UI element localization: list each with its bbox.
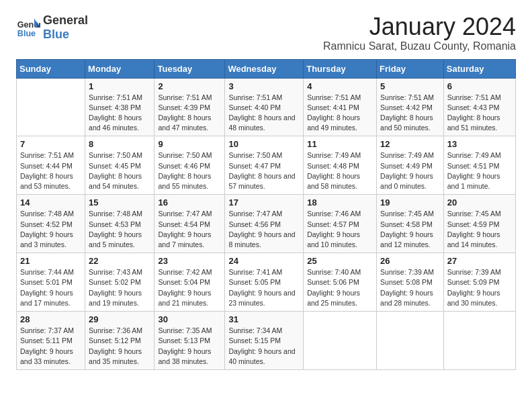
weekday-header-friday: Friday: [377, 59, 444, 78]
day-info: Sunrise: 7:46 AMSunset: 4:57 PMDaylight:…: [307, 209, 373, 250]
week-row-1: 1Sunrise: 7:51 AMSunset: 4:38 PMDaylight…: [17, 78, 516, 136]
calendar-cell: 10Sunrise: 7:50 AMSunset: 4:47 PMDayligh…: [225, 136, 304, 195]
day-number: 28: [20, 314, 81, 324]
day-number: 30: [158, 314, 221, 324]
calendar-cell: 12Sunrise: 7:49 AMSunset: 4:49 PMDayligh…: [377, 136, 444, 195]
calendar-cell: 4Sunrise: 7:51 AMSunset: 4:41 PMDaylight…: [304, 78, 377, 136]
calendar-cell: 23Sunrise: 7:42 AMSunset: 5:04 PMDayligh…: [154, 253, 225, 312]
day-info: Sunrise: 7:51 AMSunset: 4:40 PMDaylight:…: [228, 93, 300, 134]
day-info: Sunrise: 7:51 AMSunset: 4:42 PMDaylight:…: [380, 93, 440, 134]
day-number: 24: [228, 256, 300, 266]
day-info: Sunrise: 7:51 AMSunset: 4:44 PMDaylight:…: [20, 150, 81, 191]
calendar-cell: 13Sunrise: 7:49 AMSunset: 4:51 PMDayligh…: [443, 136, 515, 195]
week-row-5: 28Sunrise: 7:37 AMSunset: 5:11 PMDayligh…: [17, 312, 516, 370]
day-info: Sunrise: 7:49 AMSunset: 4:49 PMDaylight:…: [380, 150, 440, 191]
calendar-cell: 2Sunrise: 7:51 AMSunset: 4:39 PMDaylight…: [154, 78, 225, 136]
day-info: Sunrise: 7:39 AMSunset: 5:09 PMDaylight:…: [447, 267, 512, 308]
day-info: Sunrise: 7:47 AMSunset: 4:54 PMDaylight:…: [158, 209, 221, 250]
calendar-cell: 9Sunrise: 7:50 AMSunset: 4:46 PMDaylight…: [154, 136, 225, 195]
day-number: 22: [89, 256, 150, 266]
weekday-header-saturday: Saturday: [443, 59, 515, 78]
main-title: January 2024: [323, 13, 516, 40]
day-number: 14: [20, 197, 81, 208]
day-info: Sunrise: 7:34 AMSunset: 5:15 PMDaylight:…: [228, 326, 300, 367]
day-number: 25: [307, 256, 373, 266]
day-number: 12: [380, 139, 440, 149]
day-number: 4: [307, 81, 373, 91]
day-info: Sunrise: 7:49 AMSunset: 4:51 PMDaylight:…: [447, 150, 512, 191]
weekday-header-wednesday: Wednesday: [225, 59, 304, 78]
day-number: 20: [447, 197, 512, 208]
day-number: 10: [228, 139, 300, 149]
day-info: Sunrise: 7:48 AMSunset: 4:52 PMDaylight:…: [20, 209, 81, 250]
day-number: 9: [158, 139, 221, 149]
calendar-cell: 15Sunrise: 7:48 AMSunset: 4:53 PMDayligh…: [85, 195, 154, 253]
calendar-cell: 18Sunrise: 7:46 AMSunset: 4:57 PMDayligh…: [304, 195, 377, 253]
logo: General Blue General Blue: [16, 13, 88, 42]
weekday-header-sunday: Sunday: [17, 59, 85, 78]
day-info: Sunrise: 7:39 AMSunset: 5:08 PMDaylight:…: [380, 267, 440, 308]
day-number: 3: [228, 81, 300, 91]
day-number: 27: [447, 256, 512, 266]
calendar-cell: 22Sunrise: 7:43 AMSunset: 5:02 PMDayligh…: [85, 253, 154, 312]
subtitle: Ramnicu Sarat, Buzau County, Romania: [323, 40, 516, 52]
calendar-cell: 21Sunrise: 7:44 AMSunset: 5:01 PMDayligh…: [17, 253, 85, 312]
calendar-cell: [17, 78, 85, 136]
day-number: 26: [380, 256, 440, 266]
day-number: 6: [447, 81, 512, 91]
header: General Blue General Blue January 2024 R…: [16, 13, 516, 52]
day-number: 23: [158, 256, 221, 266]
day-info: Sunrise: 7:41 AMSunset: 5:05 PMDaylight:…: [228, 267, 300, 308]
day-info: Sunrise: 7:37 AMSunset: 5:11 PMDaylight:…: [20, 326, 81, 367]
week-row-3: 14Sunrise: 7:48 AMSunset: 4:52 PMDayligh…: [17, 195, 516, 253]
title-area: January 2024 Ramnicu Sarat, Buzau County…: [323, 13, 516, 52]
calendar-cell: 30Sunrise: 7:35 AMSunset: 5:13 PMDayligh…: [154, 312, 225, 370]
calendar-cell: 5Sunrise: 7:51 AMSunset: 4:42 PMDaylight…: [377, 78, 444, 136]
logo-icon: General Blue: [16, 15, 40, 40]
day-info: Sunrise: 7:50 AMSunset: 4:45 PMDaylight:…: [89, 150, 150, 191]
day-number: 31: [228, 314, 300, 324]
logo-general: General: [43, 13, 88, 27]
day-info: Sunrise: 7:51 AMSunset: 4:43 PMDaylight:…: [447, 93, 512, 134]
calendar-cell: 3Sunrise: 7:51 AMSunset: 4:40 PMDaylight…: [225, 78, 304, 136]
day-info: Sunrise: 7:43 AMSunset: 5:02 PMDaylight:…: [89, 267, 150, 308]
day-info: Sunrise: 7:48 AMSunset: 4:53 PMDaylight:…: [89, 209, 150, 250]
calendar-cell: 25Sunrise: 7:40 AMSunset: 5:06 PMDayligh…: [304, 253, 377, 312]
calendar-cell: 29Sunrise: 7:36 AMSunset: 5:12 PMDayligh…: [85, 312, 154, 370]
day-number: 7: [20, 139, 81, 149]
logo-blue: Blue: [43, 28, 69, 41]
weekday-header-row: SundayMondayTuesdayWednesdayThursdayFrid…: [17, 59, 516, 78]
day-info: Sunrise: 7:36 AMSunset: 5:12 PMDaylight:…: [89, 326, 150, 367]
calendar-cell: 31Sunrise: 7:34 AMSunset: 5:15 PMDayligh…: [225, 312, 304, 370]
day-number: 17: [228, 197, 300, 208]
day-number: 16: [158, 197, 221, 208]
calendar-cell: 6Sunrise: 7:51 AMSunset: 4:43 PMDaylight…: [443, 78, 515, 136]
day-number: 5: [380, 81, 440, 91]
day-info: Sunrise: 7:51 AMSunset: 4:39 PMDaylight:…: [158, 93, 221, 134]
day-number: 29: [89, 314, 150, 324]
calendar-cell: 11Sunrise: 7:49 AMSunset: 4:48 PMDayligh…: [304, 136, 377, 195]
calendar-cell: [443, 312, 515, 370]
day-number: 21: [20, 256, 81, 266]
calendar-cell: 8Sunrise: 7:50 AMSunset: 4:45 PMDaylight…: [85, 136, 154, 195]
week-row-4: 21Sunrise: 7:44 AMSunset: 5:01 PMDayligh…: [17, 253, 516, 312]
calendar-cell: 26Sunrise: 7:39 AMSunset: 5:08 PMDayligh…: [377, 253, 444, 312]
day-info: Sunrise: 7:35 AMSunset: 5:13 PMDaylight:…: [158, 326, 221, 367]
day-number: 13: [447, 139, 512, 149]
weekday-header-monday: Monday: [85, 59, 154, 78]
day-number: 2: [158, 81, 221, 91]
calendar-cell: 20Sunrise: 7:45 AMSunset: 4:59 PMDayligh…: [443, 195, 515, 253]
calendar-cell: [377, 312, 444, 370]
calendar-cell: 19Sunrise: 7:45 AMSunset: 4:58 PMDayligh…: [377, 195, 444, 253]
svg-text:Blue: Blue: [17, 29, 36, 38]
day-info: Sunrise: 7:51 AMSunset: 4:41 PMDaylight:…: [307, 93, 373, 134]
day-info: Sunrise: 7:40 AMSunset: 5:06 PMDaylight:…: [307, 267, 373, 308]
calendar-cell: 28Sunrise: 7:37 AMSunset: 5:11 PMDayligh…: [17, 312, 85, 370]
day-info: Sunrise: 7:47 AMSunset: 4:56 PMDaylight:…: [228, 209, 300, 250]
weekday-header-tuesday: Tuesday: [154, 59, 225, 78]
calendar-cell: 27Sunrise: 7:39 AMSunset: 5:09 PMDayligh…: [443, 253, 515, 312]
day-number: 19: [380, 197, 440, 208]
calendar-cell: 16Sunrise: 7:47 AMSunset: 4:54 PMDayligh…: [154, 195, 225, 253]
day-info: Sunrise: 7:45 AMSunset: 4:58 PMDaylight:…: [380, 209, 440, 250]
day-info: Sunrise: 7:51 AMSunset: 4:38 PMDaylight:…: [89, 93, 150, 134]
